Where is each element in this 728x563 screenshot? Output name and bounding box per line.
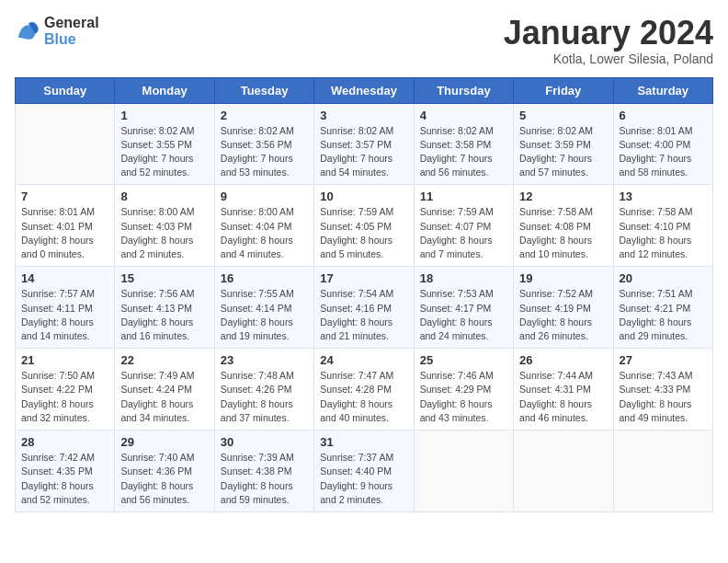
calendar-cell: 10Sunrise: 7:59 AMSunset: 4:05 PMDayligh… (314, 185, 414, 267)
day-number: 15 (120, 271, 208, 285)
location-subtitle: Kotla, Lower Silesia, Poland (504, 52, 713, 66)
day-info: Sunrise: 7:58 AMSunset: 4:08 PMDaylight:… (519, 205, 607, 261)
calendar-cell: 28Sunrise: 7:42 AMSunset: 4:35 PMDayligh… (16, 431, 115, 512)
day-info: Sunrise: 8:02 AMSunset: 3:57 PMDaylight:… (320, 124, 407, 180)
calendar-cell: 29Sunrise: 7:40 AMSunset: 4:36 PMDayligh… (115, 431, 214, 512)
day-number: 12 (519, 190, 607, 203)
day-info: Sunrise: 7:44 AMSunset: 4:31 PMDaylight:… (519, 369, 607, 425)
calendar-cell: 18Sunrise: 7:53 AMSunset: 4:17 PMDayligh… (414, 267, 513, 349)
calendar-cell: 11Sunrise: 7:59 AMSunset: 4:07 PMDayligh… (414, 185, 513, 267)
day-number: 2 (221, 109, 308, 122)
calendar-cell (613, 431, 712, 512)
calendar-day-header: Monday (115, 77, 214, 103)
calendar-cell: 30Sunrise: 7:39 AMSunset: 4:38 PMDayligh… (214, 431, 313, 512)
calendar-cell: 24Sunrise: 7:47 AMSunset: 4:28 PMDayligh… (314, 349, 414, 431)
logo-icon (15, 18, 40, 44)
day-info: Sunrise: 7:55 AMSunset: 4:14 PMDaylight:… (221, 287, 308, 343)
day-info: Sunrise: 8:01 AMSunset: 4:00 PMDaylight:… (620, 124, 707, 180)
calendar-week-row: 1Sunrise: 8:02 AMSunset: 3:55 PMDaylight… (16, 103, 713, 185)
calendar-week-row: 21Sunrise: 7:50 AMSunset: 4:22 PMDayligh… (16, 349, 713, 431)
calendar-cell: 13Sunrise: 7:58 AMSunset: 4:10 PMDayligh… (613, 185, 712, 267)
day-number: 24 (320, 353, 407, 367)
day-number: 22 (120, 353, 208, 367)
day-info: Sunrise: 7:48 AMSunset: 4:26 PMDaylight:… (221, 369, 308, 425)
day-info: Sunrise: 7:42 AMSunset: 4:35 PMDaylight:… (21, 451, 108, 507)
calendar-cell: 6Sunrise: 8:01 AMSunset: 4:00 PMDaylight… (613, 103, 712, 185)
calendar-week-row: 28Sunrise: 7:42 AMSunset: 4:35 PMDayligh… (16, 431, 713, 512)
day-info: Sunrise: 7:58 AMSunset: 4:10 PMDaylight:… (620, 205, 707, 261)
day-number: 26 (519, 353, 607, 367)
day-number: 18 (420, 271, 507, 285)
day-number: 28 (21, 435, 108, 449)
calendar-cell: 15Sunrise: 7:56 AMSunset: 4:13 PMDayligh… (115, 267, 214, 349)
page-header: General Blue January 2024 Kotla, Lower S… (15, 15, 713, 66)
day-number: 20 (620, 271, 707, 285)
day-number: 8 (120, 190, 208, 203)
day-number: 14 (21, 271, 108, 285)
logo: General Blue (15, 15, 99, 48)
day-number: 9 (221, 190, 308, 203)
day-info: Sunrise: 7:40 AMSunset: 4:36 PMDaylight:… (120, 451, 208, 507)
calendar-day-header: Wednesday (314, 77, 414, 103)
calendar-cell: 4Sunrise: 8:02 AMSunset: 3:58 PMDaylight… (414, 103, 513, 185)
calendar-week-row: 14Sunrise: 7:57 AMSunset: 4:11 PMDayligh… (16, 267, 713, 349)
calendar-week-row: 7Sunrise: 8:01 AMSunset: 4:01 PMDaylight… (16, 185, 713, 267)
day-number: 3 (320, 109, 407, 122)
day-number: 13 (620, 190, 707, 203)
calendar-day-header: Thursday (414, 77, 513, 103)
day-number: 16 (221, 271, 308, 285)
calendar-cell: 25Sunrise: 7:46 AMSunset: 4:29 PMDayligh… (414, 349, 513, 431)
logo-text: General Blue (44, 15, 99, 48)
day-info: Sunrise: 7:50 AMSunset: 4:22 PMDaylight:… (21, 369, 108, 425)
day-info: Sunrise: 7:56 AMSunset: 4:13 PMDaylight:… (120, 287, 208, 343)
day-number: 25 (420, 353, 507, 367)
day-info: Sunrise: 7:47 AMSunset: 4:28 PMDaylight:… (320, 369, 407, 425)
calendar-cell: 9Sunrise: 8:00 AMSunset: 4:04 PMDaylight… (214, 185, 313, 267)
calendar-cell: 31Sunrise: 7:37 AMSunset: 4:40 PMDayligh… (314, 431, 414, 512)
calendar-day-header: Sunday (16, 77, 115, 103)
day-info: Sunrise: 8:01 AMSunset: 4:01 PMDaylight:… (21, 205, 108, 261)
day-info: Sunrise: 8:02 AMSunset: 3:56 PMDaylight:… (221, 124, 308, 180)
calendar-cell: 21Sunrise: 7:50 AMSunset: 4:22 PMDayligh… (16, 349, 115, 431)
calendar-header-row: SundayMondayTuesdayWednesdayThursdayFrid… (16, 77, 713, 103)
day-info: Sunrise: 8:02 AMSunset: 3:59 PMDaylight:… (519, 124, 607, 180)
calendar-cell: 8Sunrise: 8:00 AMSunset: 4:03 PMDaylight… (115, 185, 214, 267)
day-info: Sunrise: 7:46 AMSunset: 4:29 PMDaylight:… (420, 369, 507, 425)
day-info: Sunrise: 8:02 AMSunset: 3:58 PMDaylight:… (420, 124, 507, 180)
day-info: Sunrise: 7:51 AMSunset: 4:21 PMDaylight:… (620, 287, 707, 343)
day-number: 23 (221, 353, 308, 367)
calendar-cell: 3Sunrise: 8:02 AMSunset: 3:57 PMDaylight… (314, 103, 414, 185)
day-number: 19 (519, 271, 607, 285)
day-number: 27 (620, 353, 707, 367)
calendar-cell: 5Sunrise: 8:02 AMSunset: 3:59 PMDaylight… (514, 103, 613, 185)
calendar-day-header: Saturday (613, 77, 712, 103)
calendar-cell: 7Sunrise: 8:01 AMSunset: 4:01 PMDaylight… (16, 185, 115, 267)
day-info: Sunrise: 7:59 AMSunset: 4:05 PMDaylight:… (320, 205, 407, 261)
calendar-day-header: Friday (514, 77, 613, 103)
calendar-cell: 20Sunrise: 7:51 AMSunset: 4:21 PMDayligh… (613, 267, 712, 349)
day-info: Sunrise: 8:00 AMSunset: 4:04 PMDaylight:… (221, 205, 308, 261)
title-block: January 2024 Kotla, Lower Silesia, Polan… (504, 15, 713, 66)
day-info: Sunrise: 8:02 AMSunset: 3:55 PMDaylight:… (120, 124, 208, 180)
calendar-table: SundayMondayTuesdayWednesdayThursdayFrid… (15, 77, 713, 512)
calendar-cell: 26Sunrise: 7:44 AMSunset: 4:31 PMDayligh… (514, 349, 613, 431)
calendar-cell: 12Sunrise: 7:58 AMSunset: 4:08 PMDayligh… (514, 185, 613, 267)
day-number: 11 (420, 190, 507, 203)
day-info: Sunrise: 7:49 AMSunset: 4:24 PMDaylight:… (120, 369, 208, 425)
day-info: Sunrise: 7:54 AMSunset: 4:16 PMDaylight:… (320, 287, 407, 343)
day-info: Sunrise: 7:37 AMSunset: 4:40 PMDaylight:… (320, 451, 407, 507)
calendar-cell: 23Sunrise: 7:48 AMSunset: 4:26 PMDayligh… (214, 349, 313, 431)
calendar-cell (514, 431, 613, 512)
calendar-day-header: Tuesday (214, 77, 313, 103)
calendar-cell: 16Sunrise: 7:55 AMSunset: 4:14 PMDayligh… (214, 267, 313, 349)
calendar-cell: 1Sunrise: 8:02 AMSunset: 3:55 PMDaylight… (115, 103, 214, 185)
day-number: 4 (420, 109, 507, 122)
day-info: Sunrise: 7:57 AMSunset: 4:11 PMDaylight:… (21, 287, 108, 343)
calendar-cell (414, 431, 513, 512)
day-number: 6 (620, 109, 707, 122)
month-title: January 2024 (504, 15, 713, 52)
day-info: Sunrise: 7:43 AMSunset: 4:33 PMDaylight:… (620, 369, 707, 425)
day-number: 21 (21, 353, 108, 367)
day-number: 10 (320, 190, 407, 203)
day-number: 29 (120, 435, 208, 449)
